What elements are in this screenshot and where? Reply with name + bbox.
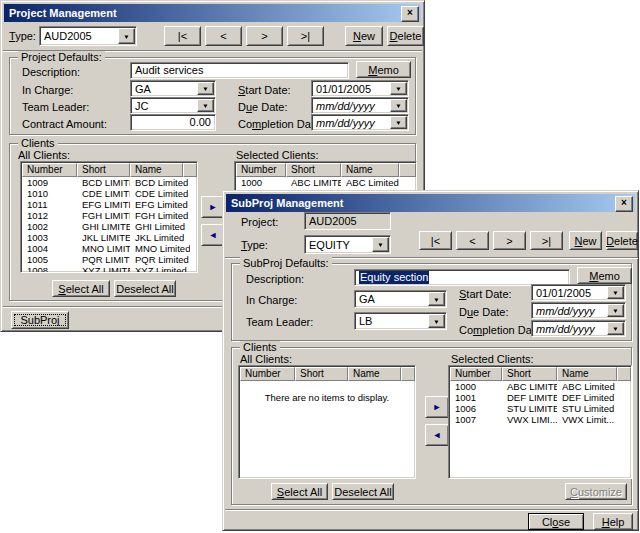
column-header-number[interactable]: Number (240, 367, 295, 381)
table-row[interactable]: 1003JKL LIMITEJKL Limited (22, 232, 197, 243)
dropdown-button[interactable]: ▼ (390, 116, 407, 129)
table-row[interactable]: 1007VWX LIMI...VWX Limit... (450, 414, 631, 425)
nav-last-button[interactable]: >| (530, 231, 563, 250)
project-type-select[interactable]: AUD2005 ▼ (39, 26, 137, 46)
column-header-name[interactable]: Name (557, 367, 617, 381)
table-row[interactable]: 1004MNO LIMITEMNO Limited (22, 243, 197, 254)
dropdown-button[interactable]: ▼ (607, 304, 624, 317)
deselect-all-button[interactable]: Deselect All (332, 483, 394, 500)
list-header: Number Short Name (450, 367, 631, 381)
start-date-select[interactable]: 01/01/2005 ▼ (531, 284, 626, 301)
nav-next-button[interactable]: > (493, 231, 526, 250)
type-label: Type: (241, 239, 268, 251)
nav-prev-button[interactable]: < (205, 26, 242, 46)
close-button[interactable]: × (401, 6, 419, 22)
move-to-all-button[interactable]: ◄ (425, 424, 449, 446)
column-header-name[interactable]: Name (130, 163, 183, 177)
column-header-number[interactable]: Number (236, 163, 286, 177)
subproj-button[interactable]: SubProj (11, 311, 69, 329)
column-header-short[interactable]: Short (286, 163, 341, 177)
close-icon: × (621, 197, 627, 208)
team-leader-select[interactable]: JC ▼ (130, 97, 216, 114)
arrow-right-icon: ► (209, 202, 218, 212)
due-date-label: Due Date: (459, 306, 509, 318)
dropdown-button[interactable]: ▼ (118, 28, 135, 44)
completion-date-select[interactable]: mm/dd/yyyy ▼ (531, 320, 626, 337)
contract-amount-input[interactable]: 0.00 (130, 114, 216, 131)
close-button[interactable]: × (615, 196, 633, 212)
table-row[interactable]: 1009BCD LIMITEBCD Limited (22, 177, 197, 188)
dropdown-button[interactable]: ▼ (197, 82, 214, 95)
chevron-down-icon: ▼ (202, 103, 209, 109)
nav-last-button[interactable]: >| (287, 26, 324, 46)
column-header-name[interactable]: Name (348, 367, 401, 381)
dropdown-button[interactable]: ▼ (428, 314, 445, 328)
arrow-left-icon: ◄ (209, 230, 218, 240)
list-header: Number Short Name (236, 163, 416, 177)
column-header-short[interactable]: Short (295, 367, 348, 381)
table-row[interactable]: 1012FGH LIMITEFGH Limited (22, 210, 197, 221)
clients-group: Clients All Clients: Number Short Name T… (231, 347, 632, 505)
subproj-management-dialog: SubProj Management × Project: AUD2005 Ty… (222, 190, 639, 531)
dropdown-button[interactable]: ▼ (372, 237, 389, 252)
new-button[interactable]: New (345, 26, 383, 46)
new-button[interactable]: New (569, 231, 602, 250)
table-row[interactable]: 1011EFG LIMITEEFG Limited (22, 199, 197, 210)
team-leader-select[interactable]: LB ▼ (354, 312, 447, 330)
in-charge-select[interactable]: GA ▼ (130, 80, 216, 97)
completion-date-select[interactable]: mm/dd/yyyy ▼ (311, 114, 409, 131)
start-date-select[interactable]: 01/01/2005 ▼ (311, 80, 409, 97)
close-button[interactable]: Close (528, 513, 584, 530)
chevron-down-icon: ▼ (612, 326, 619, 332)
dropdown-button[interactable]: ▼ (390, 82, 407, 95)
column-header-short[interactable]: Short (502, 367, 557, 381)
nav-prev-button[interactable]: < (456, 231, 489, 250)
all-clients-list[interactable]: Number Short Name 1009BCD LIMITEBCD Limi… (20, 161, 198, 273)
select-all-button[interactable]: Select All (52, 280, 110, 297)
deselect-all-button[interactable]: Deselect All (114, 280, 176, 297)
column-header-number[interactable]: Number (450, 367, 502, 381)
select-all-button[interactable]: Select All (271, 483, 328, 500)
table-row[interactable]: 1008XYZ LIMITEXYZ Limited (22, 265, 197, 273)
selected-text: Equity section (359, 271, 429, 284)
chevron-down-icon: ▼ (395, 86, 402, 92)
table-row[interactable]: 1005PQR LIMITEPQR Limited (22, 254, 197, 265)
move-to-selected-button[interactable]: ► (425, 396, 449, 418)
nav-first-button[interactable]: |< (419, 231, 452, 250)
due-date-select[interactable]: mm/dd/yyyy ▼ (531, 302, 626, 319)
table-row[interactable]: 1001DEF LIMITEDEF Limited (450, 392, 631, 403)
nav-next-button[interactable]: > (246, 26, 283, 46)
memo-button[interactable]: Memo (356, 61, 411, 78)
delete-button[interactable]: Delete (387, 26, 424, 46)
empty-list-message: There are no items to display. (239, 392, 415, 403)
table-row[interactable]: 1010CDE LIMITECDE Limited (22, 188, 197, 199)
dropdown-button[interactable]: ▼ (197, 99, 214, 112)
help-button[interactable]: Help (593, 513, 633, 530)
due-date-select[interactable]: mm/dd/yyyy ▼ (311, 97, 409, 114)
project-management-titlebar[interactable]: Project Management × (4, 4, 421, 22)
all-clients-label: All Clients: (240, 353, 292, 365)
delete-button[interactable]: Delete (606, 231, 638, 250)
table-row[interactable]: 1006STU LIMITESTU Limited (450, 403, 631, 414)
table-row[interactable]: 1002GHI LIMITEGHI Limited (22, 221, 197, 232)
all-clients-list[interactable]: Number Short Name There are no items to … (238, 365, 416, 479)
dropdown-button[interactable]: ▼ (390, 99, 407, 112)
dropdown-button[interactable]: ▼ (607, 322, 624, 335)
memo-button[interactable]: Memo (577, 267, 632, 284)
arrow-left-icon: ◄ (433, 430, 442, 440)
column-header-name[interactable]: Name (341, 163, 399, 177)
table-row[interactable]: 1000ABC LIMITEABC Limited (450, 381, 631, 392)
column-header-number[interactable]: Number (22, 163, 77, 177)
column-header-short[interactable]: Short (77, 163, 130, 177)
table-row[interactable]: 1000ABC LIMITEABC Limited (236, 177, 416, 188)
dropdown-button[interactable]: ▼ (428, 292, 445, 306)
description-input[interactable]: Audit services (130, 62, 349, 79)
nav-first-button[interactable]: |< (164, 26, 201, 46)
subproj-management-titlebar[interactable]: SubProj Management × (226, 194, 635, 212)
subproj-type-select[interactable]: EQUITY ▼ (304, 235, 391, 254)
selected-clients-label: Selected Clients: (236, 149, 319, 161)
chevron-down-icon: ▼ (612, 290, 619, 296)
dropdown-button[interactable]: ▼ (607, 286, 624, 299)
in-charge-select[interactable]: GA ▼ (354, 290, 447, 308)
selected-clients-list[interactable]: Number Short Name 1000ABC LIMITEABC Limi… (448, 365, 632, 479)
